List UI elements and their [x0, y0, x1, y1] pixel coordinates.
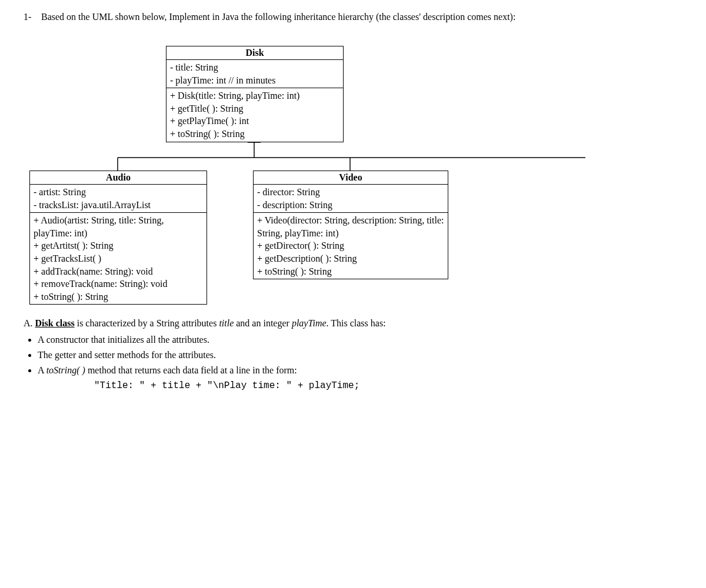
- method-line: + getTitle( ): String: [170, 102, 339, 115]
- bullet-item: The getter and setter methods for the at…: [38, 348, 682, 362]
- class-methods-audio: + Audio(artist: String, title: String, p…: [30, 213, 207, 304]
- method-line: + addTrack(name: String): void: [34, 265, 203, 278]
- bullet-item: A constructor that initializes all the a…: [38, 333, 682, 347]
- uml-class-video: Video - director: String - description: …: [253, 171, 448, 279]
- class-name-disk: Disk: [166, 46, 343, 60]
- class-methods-video: + Video(director: String, description: S…: [254, 213, 448, 279]
- question-text: Based on the UML shown below, Implement …: [41, 12, 682, 22]
- bullet-text: method that returns each data field at a…: [85, 365, 297, 375]
- method-line: + toString( ): String: [257, 265, 444, 278]
- attr-line: - description: String: [257, 199, 444, 212]
- method-line: + getDirector( ): String: [257, 239, 444, 252]
- uml-class-audio: Audio - artist: String - tracksList: jav…: [29, 171, 207, 305]
- method-line: + getDescription( ): String: [257, 252, 444, 265]
- method-line: + getPlayTime( ): int: [170, 115, 339, 128]
- method-line: + Audio(artist: String, title: String, p…: [34, 214, 203, 239]
- heading-text: is characterized by a String attributes: [75, 318, 219, 328]
- description-bullet-list: A constructor that initializes all the a…: [24, 333, 682, 377]
- uml-diagram: Disk - title: String - playTime: int // …: [29, 34, 682, 281]
- method-line: + getTracksList( ): [34, 252, 203, 265]
- attr-line: - tracksList: java.util.ArrayList: [34, 199, 203, 212]
- attr-line: - artist: String: [34, 186, 203, 199]
- attr-line: - title: String: [170, 61, 339, 74]
- attr-line: - playTime: int // in minutes: [170, 74, 339, 87]
- bullet-item: A toString( ) method that returns each d…: [38, 363, 682, 377]
- method-line: + Disk(title: String, playTime: int): [170, 89, 339, 102]
- heading-title-attr: title: [219, 318, 234, 328]
- method-line: + getArtitst( ): String: [34, 239, 203, 252]
- heading-prefix: A.: [24, 318, 35, 328]
- bullet-method-name: toString( ): [46, 365, 85, 375]
- code-snippet: "Title: " + title + "\nPlay time: " + pl…: [94, 379, 682, 393]
- question-number: 1-: [24, 12, 41, 22]
- method-line: + Video(director: String, description: S…: [257, 214, 444, 239]
- heading-class-name: Disk class: [35, 318, 75, 328]
- class-name-audio: Audio: [30, 171, 207, 185]
- class-attrs-audio: - artist: String - tracksList: java.util…: [30, 185, 207, 213]
- uml-class-disk: Disk - title: String - playTime: int // …: [166, 46, 344, 142]
- method-line: + toString( ): String: [170, 128, 339, 141]
- heading-text: . This class has:: [327, 318, 386, 328]
- question-row: 1- Based on the UML shown below, Impleme…: [24, 12, 682, 22]
- attr-line: - director: String: [257, 186, 444, 199]
- class-name-video: Video: [254, 171, 448, 185]
- bullet-text: A: [38, 365, 46, 375]
- class-methods-disk: + Disk(title: String, playTime: int) + g…: [166, 88, 343, 141]
- description-section: A. Disk class is characterized by a Stri…: [24, 316, 682, 393]
- description-heading: A. Disk class is characterized by a Stri…: [24, 316, 682, 330]
- class-attrs-video: - director: String - description: String: [254, 185, 448, 213]
- class-attrs-disk: - title: String - playTime: int // in mi…: [166, 60, 343, 88]
- method-line: + toString( ): String: [34, 290, 203, 303]
- method-line: + removeTrack(name: String): void: [34, 278, 203, 290]
- heading-playtime-attr: playTime: [292, 318, 327, 328]
- heading-text: and an integer: [234, 318, 292, 328]
